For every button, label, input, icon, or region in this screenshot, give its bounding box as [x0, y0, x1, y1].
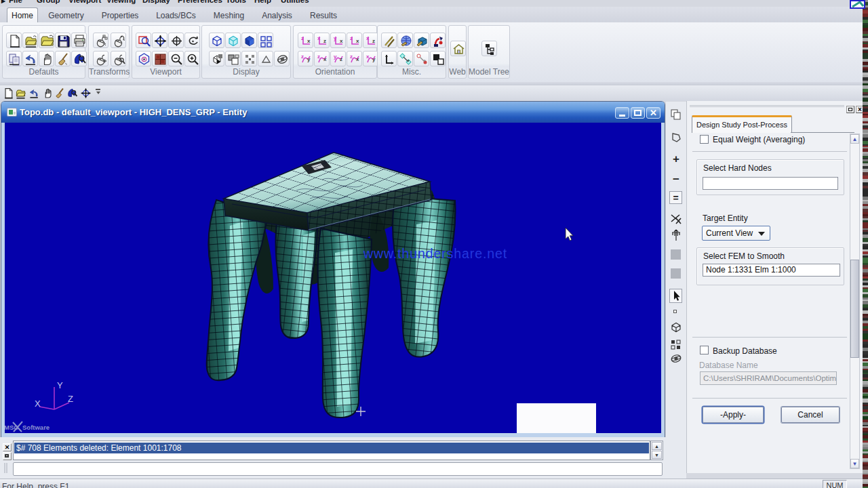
- svg-text:z: z: [317, 54, 320, 60]
- svg-text:www.thundershare.net: www.thundershare.net: [363, 246, 507, 261]
- svg-text:Software: Software: [22, 424, 50, 431]
- svg-text:z: z: [323, 38, 326, 44]
- svg-text:z: z: [350, 54, 353, 60]
- svg-text:y: y: [307, 56, 311, 62]
- svg-text:x: x: [366, 35, 370, 41]
- svg-text:x: x: [356, 38, 359, 44]
- svg-text:x: x: [317, 35, 321, 41]
- svg-text:z: z: [340, 56, 342, 62]
- svg-text:Z: Z: [68, 394, 73, 404]
- svg-text:Y: Y: [57, 380, 63, 390]
- svg-text:x: x: [366, 54, 370, 60]
- svg-text:X: X: [35, 399, 41, 409]
- svg-text:x: x: [307, 38, 311, 44]
- svg-text:MSC: MSC: [5, 424, 18, 431]
- svg-text:x: x: [340, 38, 343, 44]
- svg-text:x: x: [356, 56, 359, 62]
- svg-text:y: y: [334, 54, 337, 60]
- svg-text:z: z: [301, 35, 304, 41]
- svg-text:z: z: [372, 38, 375, 44]
- svg-text:y: y: [372, 56, 376, 62]
- svg-text:x: x: [323, 56, 327, 62]
- svg-text:z: z: [350, 35, 353, 41]
- svg-text:y: y: [334, 35, 337, 41]
- svg-text:z: z: [301, 54, 304, 60]
